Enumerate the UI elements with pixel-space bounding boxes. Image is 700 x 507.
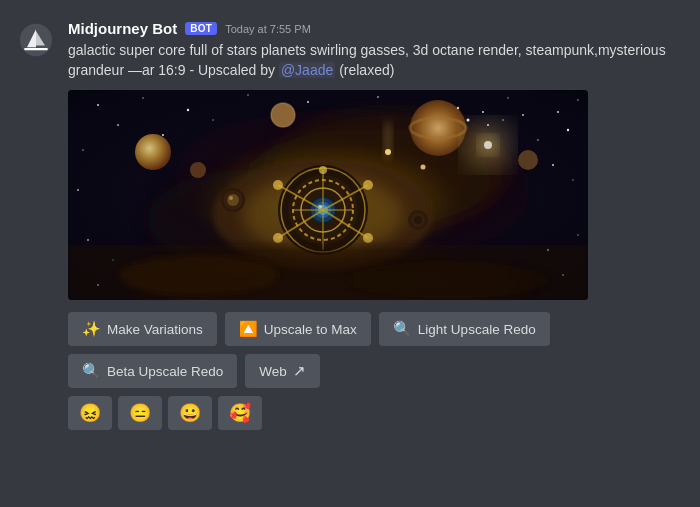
message-text: galactic super core full of stars planet… [68, 41, 684, 80]
svg-point-14 [307, 101, 309, 103]
svg-point-18 [557, 111, 559, 113]
svg-point-90 [457, 107, 459, 109]
svg-point-75 [484, 141, 492, 149]
upscale-max-label: Upscale to Max [264, 322, 357, 337]
bot-badge: BOT [185, 22, 217, 35]
reaction-neutral[interactable]: 😑 [118, 396, 162, 430]
avatar [16, 20, 56, 60]
svg-point-24 [537, 139, 539, 141]
svg-point-86 [414, 216, 422, 224]
message-content: Midjourney Bot BOT Today at 7:55 PM gala… [68, 20, 684, 430]
light-upscale-redo-label: Light Upscale Redo [418, 322, 536, 337]
svg-point-28 [572, 179, 573, 180]
svg-point-79 [348, 262, 548, 298]
svg-point-38 [135, 134, 171, 170]
bot-name: Midjourney Bot [68, 20, 177, 37]
emoji-reactions-row: 😖 😑 😀 🥰 [68, 396, 684, 430]
svg-point-33 [577, 234, 578, 235]
reaction-love[interactable]: 🥰 [218, 396, 262, 430]
svg-point-27 [552, 164, 554, 166]
upscale-icon: 🔼 [239, 320, 258, 338]
message-text-after: (relaxed) [335, 62, 394, 78]
beta-upscale-redo-label: Beta Upscale Redo [107, 364, 223, 379]
magnify-icon: 🔍 [393, 320, 412, 338]
make-variations-button[interactable]: ✨ Make Variations [68, 312, 217, 346]
light-upscale-redo-button[interactable]: 🔍 Light Upscale Redo [379, 312, 550, 346]
svg-point-30 [87, 239, 89, 241]
svg-point-19 [577, 99, 579, 101]
timestamp: Today at 7:55 PM [225, 23, 311, 35]
svg-point-42 [518, 150, 538, 170]
svg-point-83 [229, 196, 233, 200]
web-button[interactable]: Web ↗ [245, 354, 320, 388]
svg-point-21 [162, 134, 164, 136]
svg-point-66 [363, 233, 373, 243]
reaction-tired[interactable]: 😖 [68, 396, 112, 430]
svg-point-22 [212, 119, 213, 120]
svg-point-87 [467, 119, 470, 122]
svg-point-29 [77, 189, 79, 191]
svg-point-91 [522, 114, 524, 116]
svg-point-72 [421, 165, 426, 170]
svg-point-82 [227, 194, 239, 206]
svg-point-17 [507, 97, 508, 98]
message-container: Midjourney Bot BOT Today at 7:55 PM gala… [0, 0, 700, 446]
sparkles-icon: ✨ [82, 320, 101, 338]
svg-point-20 [117, 124, 119, 126]
at-mention: @Jaade [279, 62, 335, 78]
svg-point-89 [502, 119, 504, 121]
beta-upscale-redo-button[interactable]: 🔍 Beta Upscale Redo [68, 354, 237, 388]
svg-point-65 [273, 233, 283, 243]
svg-point-88 [482, 111, 484, 113]
message-header: Midjourney Bot BOT Today at 7:55 PM [68, 20, 684, 37]
upscale-max-button[interactable]: 🔼 Upscale to Max [225, 312, 371, 346]
svg-point-25 [567, 129, 569, 131]
buttons-row-1: ✨ Make Variations 🔼 Upscale to Max 🔍 Lig… [68, 312, 684, 346]
svg-point-63 [273, 180, 283, 190]
svg-point-13 [247, 94, 248, 95]
beta-magnify-icon: 🔍 [82, 362, 101, 380]
buttons-row-2: 🔍 Beta Upscale Redo Web ↗ [68, 354, 684, 388]
svg-point-64 [363, 180, 373, 190]
svg-point-12 [187, 109, 189, 111]
svg-point-15 [377, 96, 379, 98]
svg-point-10 [97, 104, 99, 106]
generated-image [68, 90, 588, 300]
reaction-happy[interactable]: 😀 [168, 396, 212, 430]
svg-point-26 [82, 149, 84, 151]
web-label: Web [259, 364, 287, 379]
make-variations-label: Make Variations [107, 322, 203, 337]
svg-point-78 [118, 255, 278, 295]
svg-point-67 [319, 166, 327, 174]
external-link-icon: ↗ [293, 362, 306, 380]
svg-point-11 [142, 97, 144, 99]
svg-point-41 [190, 162, 206, 178]
svg-point-70 [383, 120, 393, 160]
